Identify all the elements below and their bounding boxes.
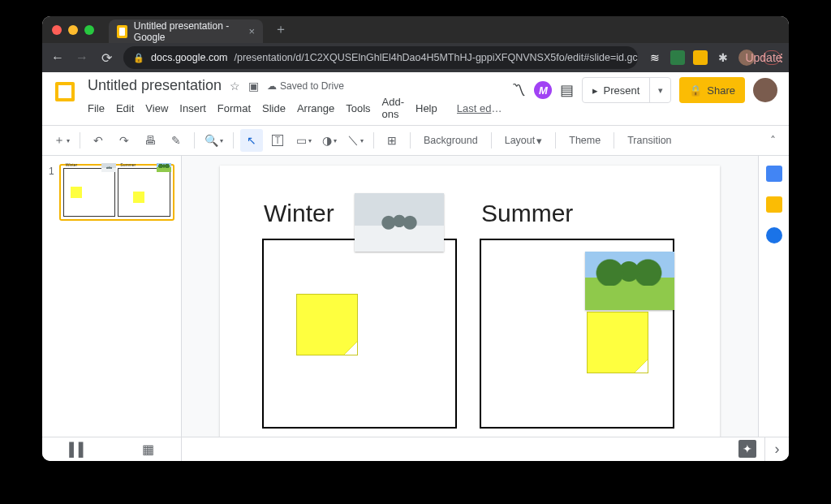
present-play-icon: ▸ (592, 84, 598, 97)
tab-close-icon[interactable]: × (248, 25, 255, 37)
slides-favicon-icon (117, 25, 127, 38)
move-doc-icon[interactable]: ▣ (248, 80, 259, 93)
thumbnail-index: 1 (49, 164, 54, 221)
lock-share-icon: 🔒 (689, 84, 702, 97)
keep-icon[interactable] (766, 196, 782, 213)
menu-help[interactable]: Help (416, 102, 437, 114)
thumb-summer-label: Summer (120, 162, 136, 167)
menu-file[interactable]: File (88, 102, 105, 114)
textbox-tool[interactable]: 🅃 (266, 129, 289, 152)
activity-trend-icon[interactable]: 〽 (511, 82, 526, 99)
extensions-tray: ≋ ✱ Update⋮ (648, 50, 781, 66)
summer-image[interactable] (585, 252, 674, 310)
layout-button[interactable]: Layout▾ (498, 129, 549, 152)
nav-forward-icon: → (75, 50, 89, 65)
winter-box[interactable] (262, 239, 457, 429)
redo-button[interactable]: ↷ (113, 129, 136, 152)
menu-tools[interactable]: Tools (346, 102, 370, 114)
shape-tool[interactable]: ◑▾ (318, 129, 341, 152)
slides-app: Untitled presentation ☆ ▣ ☁ Saved to Dri… (42, 72, 789, 461)
menu-view[interactable]: View (145, 102, 168, 114)
present-label: Present (603, 84, 639, 97)
new-slide-button[interactable]: ＋▾ (50, 129, 73, 152)
background-button[interactable]: Background (417, 129, 484, 152)
canvas-area[interactable]: Winter Summer (182, 156, 758, 437)
url-host: docs.google.com (151, 52, 228, 63)
summer-text[interactable]: Summer (481, 200, 573, 227)
ext-yellow-icon[interactable] (693, 50, 708, 65)
extensions-icon[interactable]: ✱ (716, 50, 730, 65)
minimize-window-icon[interactable] (68, 25, 78, 35)
omnibox[interactable]: 🔒 docs.google.com /presentation/d/1C2XQU… (123, 46, 638, 69)
ext-buffer-icon[interactable]: ≋ (648, 50, 662, 65)
explore-button[interactable]: ✦ (738, 440, 756, 458)
close-window-icon[interactable] (52, 25, 62, 35)
share-label: Share (707, 84, 735, 97)
grid-view-icon[interactable]: ▦ (142, 442, 154, 457)
tasks-icon[interactable] (766, 227, 782, 243)
star-doc-icon[interactable]: ☆ (230, 80, 240, 93)
browser-tab[interactable]: Untitled presentation - Google × (109, 19, 263, 44)
nav-back-icon[interactable]: ← (50, 50, 65, 65)
share-button[interactable]: 🔒 Share (679, 77, 745, 103)
image-tool[interactable]: ▭▾ (292, 129, 315, 152)
nav-reload-icon[interactable]: ⟳ (99, 50, 114, 66)
update-browser-button[interactable]: Update⋮ (763, 50, 781, 65)
paint-format-button[interactable]: ✎ (165, 129, 187, 152)
cloud-icon: ☁ (267, 80, 277, 92)
footer-strip: ▌▌ ▦ ✦ › (42, 437, 789, 461)
print-button[interactable]: 🖶 (139, 129, 161, 152)
update-label: Update (756, 50, 771, 65)
account-avatar[interactable] (753, 78, 777, 102)
speaker-notes-area[interactable]: ✦ (182, 437, 764, 461)
slides-logo-icon[interactable] (50, 77, 80, 106)
new-tab-button[interactable]: ＋ (274, 21, 287, 38)
browser-window: Untitled presentation - Google × ＋ ← → ⟳… (42, 16, 789, 461)
menu-format[interactable]: Format (217, 102, 251, 114)
menu-edit[interactable]: Edit (116, 102, 134, 114)
thumb-winter-label: Winter (66, 162, 77, 167)
transition-button[interactable]: Transition (621, 129, 678, 152)
menu-arrange[interactable]: Arrange (297, 102, 334, 114)
address-bar-row: ← → ⟳ 🔒 docs.google.com /presentation/d/… (42, 43, 789, 72)
toolbar: ＋▾ ↶ ↷ 🖶 ✎ 🔍▾ ↖ 🅃 ▭▾ ◑▾ ＼▾ ⊞ Background … (42, 125, 789, 156)
thumb-sticky-2 (133, 192, 144, 203)
thumbnail-slide-1[interactable]: 1 Winter Summer (49, 164, 174, 221)
last-edit-link[interactable]: Last edit was seco (457, 102, 504, 114)
summer-sticky-note[interactable] (587, 312, 648, 373)
maximize-window-icon[interactable] (84, 25, 94, 35)
collapse-toolbar-icon[interactable]: ˄ (770, 134, 781, 147)
winter-sticky-note[interactable] (296, 294, 358, 355)
slide-canvas[interactable]: Winter Summer (220, 166, 720, 437)
theme-button[interactable]: Theme (562, 129, 607, 152)
menu-insert[interactable]: Insert (179, 102, 206, 114)
window-controls (52, 25, 94, 35)
line-tool[interactable]: ＼▾ (344, 129, 367, 152)
save-status-text: Saved to Drive (280, 80, 344, 92)
menu-slide[interactable]: Slide (262, 102, 286, 114)
comments-icon[interactable]: ▤ (560, 81, 574, 99)
thumb-sticky-1 (71, 187, 82, 198)
ext-green-icon[interactable] (670, 50, 685, 65)
comment-button[interactable]: ⊞ (381, 129, 403, 152)
present-caret-icon[interactable]: ▾ (649, 78, 670, 102)
thumb-summer-image (157, 163, 171, 172)
thumb-winter-image (101, 163, 116, 172)
tab-title: Untitled presentation - Google (134, 20, 238, 43)
ext-m-icon[interactable]: M (534, 81, 552, 99)
url-path: /presentation/d/1C2XQUSElnGhlEl4hDao4H5M… (235, 52, 638, 63)
undo-button[interactable]: ↶ (87, 129, 110, 152)
present-button[interactable]: ▸Present ▾ (582, 77, 671, 103)
menu-addons[interactable]: Add-ons (382, 96, 404, 120)
winter-text[interactable]: Winter (264, 200, 334, 227)
calendar-icon[interactable] (766, 166, 782, 182)
filmstrip-view-icon[interactable]: ▌▌ (69, 442, 88, 457)
select-tool[interactable]: ↖ (240, 129, 263, 152)
show-sidepanel-icon[interactable]: › (764, 437, 789, 461)
menu-bar: File Edit View Insert Format Slide Arran… (88, 96, 503, 120)
workspace: 1 Winter Summer (42, 156, 789, 437)
doc-title[interactable]: Untitled presentation (88, 77, 222, 94)
winter-image[interactable] (355, 193, 444, 252)
titlebar: Untitled presentation - Google × ＋ (42, 16, 789, 43)
zoom-button[interactable]: 🔍▾ (201, 129, 226, 152)
